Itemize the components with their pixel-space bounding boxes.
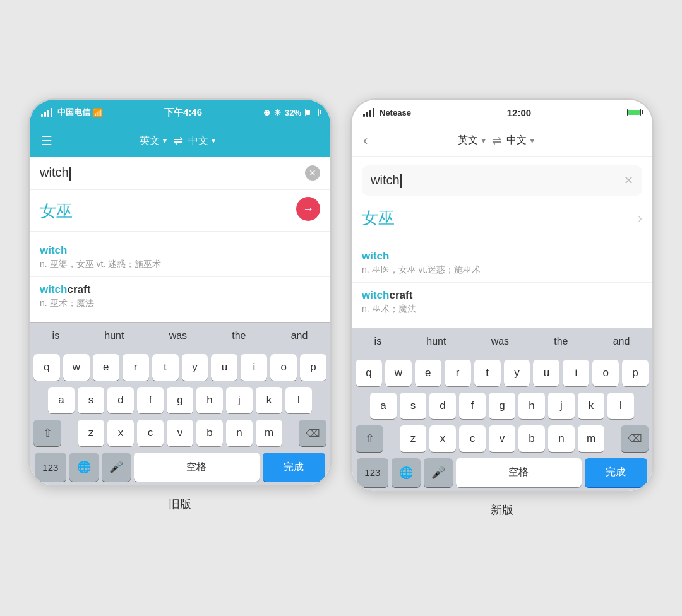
old-num-key[interactable]: 123 [35, 453, 66, 482]
new-key-m[interactable]: m [578, 425, 604, 452]
old-menu-icon[interactable]: ☰ [41, 133, 52, 148]
old-key-v[interactable]: v [167, 420, 193, 446]
new-word-item-1[interactable]: witch n. 巫医，女巫 vt.迷惑；施巫术 [352, 244, 652, 283]
new-shift-key[interactable]: ⇧ [356, 425, 383, 452]
new-key-e[interactable]: e [415, 360, 441, 386]
old-key-c[interactable]: c [137, 420, 164, 446]
new-pred-was[interactable]: was [484, 333, 517, 350]
old-key-l[interactable]: l [285, 387, 312, 413]
old-pred-and[interactable]: and [284, 328, 316, 344]
new-key-y[interactable]: y [504, 360, 530, 386]
new-key-q[interactable]: q [356, 360, 382, 386]
old-key-m[interactable]: m [256, 420, 282, 446]
new-translation-area[interactable]: 女巫 › [352, 199, 652, 237]
old-key-j[interactable]: j [226, 387, 253, 413]
old-pred-hunt[interactable]: hunt [97, 328, 131, 344]
old-pred-was[interactable]: was [162, 328, 194, 344]
new-key-s[interactable]: s [400, 393, 426, 419]
new-key-i[interactable]: i [563, 360, 589, 386]
new-key-p[interactable]: p [622, 360, 649, 386]
old-done-key[interactable]: 完成 [263, 453, 325, 482]
new-key-h[interactable]: h [518, 393, 545, 419]
old-key-p[interactable]: p [300, 354, 326, 381]
old-go-button[interactable]: → [296, 197, 320, 221]
old-swap-icon[interactable]: ⇌ [174, 134, 183, 148]
old-key-s[interactable]: s [78, 387, 104, 413]
old-key-u[interactable]: u [211, 354, 237, 381]
new-key-t[interactable]: t [474, 360, 501, 386]
new-key-c[interactable]: c [459, 425, 486, 452]
new-back-button[interactable]: ‹ [363, 133, 368, 149]
new-word-item-2[interactable]: witchcraft n. 巫术；魔法 [352, 283, 652, 321]
new-key-f[interactable]: f [459, 393, 486, 419]
old-key-k[interactable]: k [256, 387, 282, 413]
new-key-o[interactable]: o [592, 360, 619, 386]
old-key-x[interactable]: x [107, 420, 134, 446]
old-key-o[interactable]: o [270, 354, 297, 381]
new-key-l[interactable]: l [607, 393, 634, 419]
new-pred-and[interactable]: and [606, 333, 638, 350]
old-phone-container: 中国电信 📶 下午4:46 ⊕ ✳ 32% ☰ 英文 [28, 98, 332, 512]
new-num-key[interactable]: 123 [357, 458, 388, 487]
old-key-b[interactable]: b [196, 420, 223, 446]
old-lang-to[interactable]: 中文 ▼ [188, 134, 217, 148]
new-key-w[interactable]: w [385, 360, 412, 386]
old-pred-is[interactable]: is [45, 328, 68, 344]
old-key-n[interactable]: n [226, 420, 253, 446]
old-key-i[interactable]: i [241, 354, 267, 381]
new-clear-button[interactable]: ✕ [624, 174, 633, 187]
new-pred-the[interactable]: the [546, 333, 575, 350]
new-key-k[interactable]: k [578, 393, 604, 419]
old-lang-from[interactable]: 英文 ▼ [140, 134, 169, 148]
old-battery-pct: 32% [285, 108, 301, 117]
old-key-q[interactable]: q [33, 354, 60, 381]
old-key-w[interactable]: w [63, 354, 90, 381]
new-pred-hunt[interactable]: hunt [419, 333, 453, 350]
old-key-t[interactable]: t [152, 354, 179, 381]
new-search-area[interactable]: witch ✕ [362, 165, 642, 196]
new-swap-icon[interactable]: ⇌ [492, 134, 501, 148]
old-key-a[interactable]: a [48, 387, 75, 413]
new-lang-to[interactable]: 中文 ▼ [506, 134, 535, 147]
old-clear-button[interactable]: ✕ [305, 165, 320, 181]
old-search-input[interactable]: witch [40, 165, 305, 181]
old-key-r[interactable]: r [123, 354, 149, 381]
old-globe-key[interactable]: 🌐 [69, 453, 99, 482]
new-key-z[interactable]: z [400, 425, 426, 452]
old-key-e[interactable]: e [93, 354, 119, 381]
new-key-u[interactable]: u [533, 360, 559, 386]
new-key-g[interactable]: g [489, 393, 515, 419]
old-mic-key[interactable]: 🎤 [102, 453, 131, 482]
new-lang-from[interactable]: 英文 ▼ [458, 134, 487, 147]
old-key-z[interactable]: z [78, 420, 104, 446]
new-carrier: Netease [380, 108, 411, 117]
old-space-key[interactable]: 空格 [134, 453, 260, 482]
new-key-x[interactable]: x [429, 425, 456, 452]
old-delete-key[interactable]: ⌫ [299, 420, 326, 446]
new-delete-key[interactable]: ⌫ [621, 425, 649, 452]
old-key-f[interactable]: f [137, 387, 164, 413]
new-key-r[interactable]: r [445, 360, 471, 386]
old-search-area[interactable]: witch ✕ [30, 157, 330, 190]
new-pred-is[interactable]: is [367, 333, 390, 350]
new-done-key[interactable]: 完成 [585, 458, 647, 487]
old-word-item-1[interactable]: witch n. 巫婆，女巫 vt. 迷惑；施巫术 [30, 238, 330, 277]
old-key-y[interactable]: y [182, 354, 208, 381]
new-key-j[interactable]: j [548, 393, 575, 419]
new-key-b[interactable]: b [518, 425, 545, 452]
old-key-d[interactable]: d [107, 387, 134, 413]
new-key-a[interactable]: a [370, 393, 397, 419]
old-lang-selector: 英文 ▼ ⇌ 中文 ▼ [140, 134, 217, 148]
new-search-input[interactable]: witch [371, 173, 624, 188]
old-shift-key[interactable]: ⇧ [33, 420, 61, 446]
new-key-v[interactable]: v [489, 425, 515, 452]
old-key-g[interactable]: g [167, 387, 193, 413]
new-mic-key[interactable]: 🎤 [424, 458, 453, 487]
old-pred-the[interactable]: the [224, 328, 253, 344]
new-globe-key[interactable]: 🌐 [392, 458, 421, 487]
new-key-n[interactable]: n [548, 425, 575, 452]
old-word-item-2[interactable]: witchcraft n. 巫术；魔法 [30, 277, 330, 316]
new-key-d[interactable]: d [429, 393, 456, 419]
new-space-key[interactable]: 空格 [456, 458, 582, 487]
old-key-h[interactable]: h [196, 387, 223, 413]
